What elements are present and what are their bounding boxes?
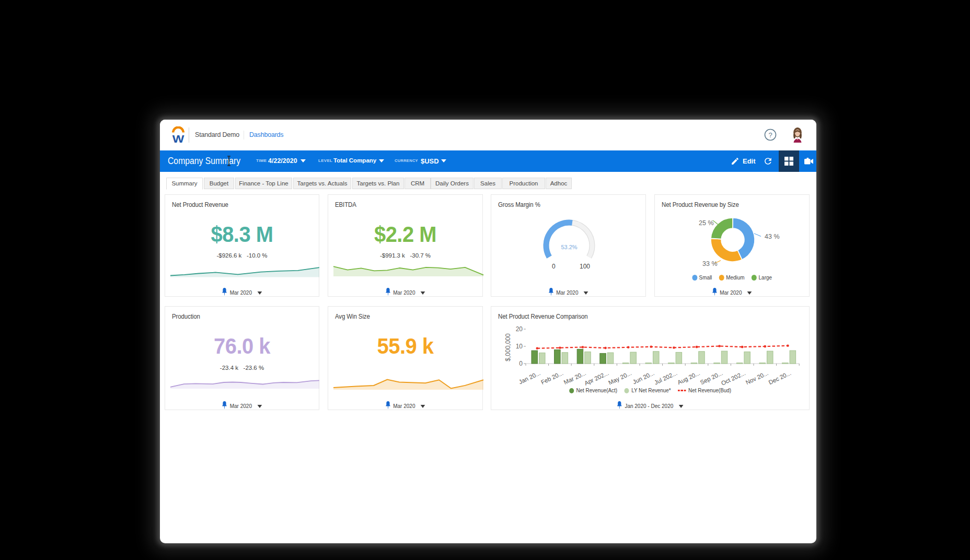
svg-text:Oct 202...: Oct 202... bbox=[720, 370, 746, 387]
svg-text:Jan 20...: Jan 20... bbox=[518, 370, 541, 386]
svg-text:20: 20 bbox=[516, 325, 523, 333]
svg-text:Sep 20...: Sep 20... bbox=[699, 370, 724, 386]
svg-text:Apr 202...: Apr 202... bbox=[583, 370, 609, 387]
svg-text:Jun 20...: Jun 20... bbox=[632, 370, 655, 386]
svg-text:Feb 20...: Feb 20... bbox=[540, 370, 564, 386]
svg-text:10: 10 bbox=[516, 343, 523, 350]
svg-text:25 %: 25 % bbox=[699, 219, 714, 227]
svg-text:43 %: 43 % bbox=[765, 233, 780, 240]
svg-text:Mar 20...: Mar 20... bbox=[563, 370, 587, 386]
svg-text:?: ? bbox=[768, 131, 772, 139]
svg-text:0: 0 bbox=[519, 360, 523, 367]
svg-text:Jul 202...: Jul 202... bbox=[653, 370, 678, 386]
svg-text:53.2%: 53.2% bbox=[561, 244, 577, 250]
svg-text:Dec 20...: Dec 20... bbox=[768, 370, 792, 386]
svg-text:33 %: 33 % bbox=[702, 260, 718, 267]
svg-text:Aug 20...: Aug 20... bbox=[676, 370, 701, 386]
svg-text:Nov 20...: Nov 20... bbox=[745, 370, 769, 386]
svg-text:W: W bbox=[172, 133, 184, 144]
svg-text:May 20...: May 20... bbox=[607, 370, 632, 386]
svg-text:$,000,000: $,000,000 bbox=[504, 333, 512, 361]
